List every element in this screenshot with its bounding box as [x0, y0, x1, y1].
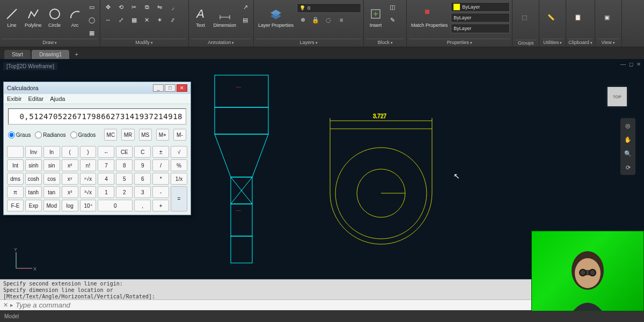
- view-base-button[interactable]: ▣: [597, 1, 617, 33]
- calc-key-+[interactable]: +: [152, 200, 169, 211]
- calc-mode-grads[interactable]: Grados: [70, 131, 96, 138]
- calc-key-±[interactable]: ±: [152, 146, 169, 158]
- calc-key-2[interactable]: 2: [116, 186, 133, 198]
- calc-menu-edit[interactable]: Editar: [28, 96, 44, 102]
- calc-key-sinh[interactable]: sinh: [25, 159, 42, 171]
- calc-key-Exp[interactable]: Exp: [25, 200, 42, 211]
- calc-maximize-button[interactable]: □: [165, 84, 175, 92]
- nav-wheel-button[interactable]: ◎: [623, 120, 633, 131]
- calc-key-*[interactable]: *: [152, 173, 169, 185]
- calc-key-1[interactable]: 1: [98, 186, 114, 198]
- erase-button[interactable]: ✕: [141, 14, 153, 26]
- layer-lock-button[interactable]: 🔒: [310, 14, 321, 26]
- calc-menu-help[interactable]: Ajuda: [50, 96, 65, 102]
- calc-key--[interactable]: -: [152, 186, 169, 198]
- dimension-button[interactable]: Dimension: [211, 1, 239, 33]
- linetype-dropdown[interactable]: ByLayer: [451, 24, 510, 33]
- new-tab-button[interactable]: +: [70, 49, 82, 59]
- nav-zoom-button[interactable]: 🔍: [623, 148, 633, 159]
- calc-minimize-button[interactable]: _: [153, 84, 164, 92]
- calc-key-dms[interactable]: dms: [7, 173, 24, 185]
- polyline-button[interactable]: Polyline: [23, 1, 44, 33]
- copy-button[interactable]: ⧉: [141, 1, 153, 13]
- draw-ellipse-button[interactable]: ◯: [86, 14, 98, 26]
- array-button[interactable]: ▦: [128, 14, 140, 26]
- explode-button[interactable]: ✶: [154, 14, 166, 26]
- panel-title-utilities[interactable]: Utilities: [541, 39, 564, 46]
- calc-key-5[interactable]: 5: [116, 173, 133, 185]
- calc-key-cosh[interactable]: cosh: [25, 173, 42, 185]
- panel-title-properties[interactable]: Properties: [409, 39, 510, 46]
- calc-key-log[interactable]: log: [62, 200, 78, 211]
- calc-menu-view[interactable]: Exibir: [7, 96, 22, 102]
- calc-key-/[interactable]: /: [152, 159, 169, 171]
- panel-title-layers[interactable]: Layers: [256, 39, 361, 46]
- block-edit-button[interactable]: ✎: [386, 14, 398, 26]
- draw-hatch-button[interactable]: ▦: [86, 27, 98, 39]
- calc-key-C[interactable]: C: [134, 146, 151, 158]
- calc-key-cos[interactable]: cos: [43, 173, 60, 185]
- calc-key-mr[interactable]: MR: [121, 129, 134, 141]
- calc-mode-degrees[interactable]: Graus: [8, 131, 31, 138]
- layer-dropdown[interactable]: 💡 0: [297, 3, 361, 13]
- panel-title-block[interactable]: Block: [366, 39, 404, 46]
- match-properties-button[interactable]: Match Properties: [409, 1, 450, 33]
- calc-key-√[interactable]: √: [171, 146, 187, 158]
- calc-key-Inv[interactable]: Inv: [25, 146, 42, 158]
- calc-key-ms[interactable]: MS: [139, 129, 152, 141]
- layer-off-button[interactable]: ◌: [323, 14, 334, 26]
- color-dropdown[interactable]: ByLayer: [451, 2, 510, 12]
- calc-key-4[interactable]: 4: [98, 173, 114, 185]
- calc-key-sin[interactable]: sin: [43, 159, 60, 171]
- panel-title-annotation[interactable]: Annotation: [191, 39, 252, 46]
- lineweight-dropdown[interactable]: ByLayer: [451, 13, 510, 23]
- panel-title-groups[interactable]: Groups: [515, 40, 537, 46]
- calc-key-x²[interactable]: x²: [62, 159, 78, 171]
- panel-title-modify[interactable]: Modify: [103, 39, 186, 46]
- calc-key-n![interactable]: n!: [80, 159, 97, 171]
- draw-rect-button[interactable]: ▭: [86, 1, 98, 13]
- calc-key-Mod[interactable]: Mod: [43, 200, 60, 211]
- trim-button[interactable]: ✂: [128, 1, 140, 13]
- stretch-button[interactable]: ↔: [103, 14, 114, 26]
- calc-key-←[interactable]: ←: [98, 146, 114, 158]
- calc-key-blank[interactable]: [7, 146, 24, 158]
- leader-button[interactable]: ↗: [239, 1, 251, 13]
- calc-close-button[interactable]: ✕: [177, 84, 187, 92]
- move-button[interactable]: ✥: [103, 1, 114, 13]
- calc-key-8[interactable]: 8: [116, 159, 133, 171]
- calc-key-,[interactable]: ,: [134, 200, 151, 211]
- model-tab[interactable]: Model: [4, 313, 19, 319]
- circle-button[interactable]: Circle: [45, 1, 64, 33]
- calc-key-)[interactable]: ): [80, 146, 97, 158]
- calc-key-([interactable]: (: [62, 146, 78, 158]
- calc-key-π[interactable]: π: [7, 186, 24, 198]
- panel-title-draw[interactable]: Draw: [2, 39, 98, 46]
- offset-button[interactable]: ⫽: [167, 14, 179, 26]
- calc-key-9[interactable]: 9: [134, 159, 151, 171]
- paste-button[interactable]: 📋: [568, 1, 588, 33]
- calc-key-mplus[interactable]: M+: [156, 129, 169, 141]
- text-button[interactable]: A Text: [191, 1, 210, 33]
- calc-key-3[interactable]: 3: [134, 186, 151, 198]
- calc-key-%[interactable]: %: [171, 159, 187, 171]
- measure-button[interactable]: 📏: [541, 1, 561, 33]
- arc-button[interactable]: Arc: [65, 1, 85, 33]
- calc-key-ln[interactable]: ln: [43, 146, 60, 158]
- scale-button[interactable]: ⤢: [115, 14, 127, 26]
- block-create-button[interactable]: ◫: [386, 1, 398, 13]
- rotate-button[interactable]: ⟲: [115, 1, 127, 13]
- viewcube[interactable]: TOP: [601, 80, 633, 113]
- calc-key-x³[interactable]: x³: [62, 186, 78, 198]
- panel-title-view[interactable]: View: [597, 39, 619, 46]
- calc-key-mc[interactable]: MC: [104, 129, 117, 141]
- calc-key-xʸ[interactable]: xʸ: [62, 173, 78, 185]
- calc-key-7[interactable]: 7: [98, 159, 114, 171]
- viewcube-face[interactable]: TOP: [608, 87, 627, 106]
- panel-title-clipboard[interactable]: Clipboard: [568, 39, 592, 46]
- table-button[interactable]: ▤: [239, 14, 251, 26]
- layer-freeze-button[interactable]: ❄: [297, 14, 309, 26]
- calc-key-0[interactable]: 0: [98, 200, 133, 211]
- calc-key-1/x[interactable]: 1/x: [171, 173, 187, 185]
- line-button[interactable]: Line: [2, 1, 21, 33]
